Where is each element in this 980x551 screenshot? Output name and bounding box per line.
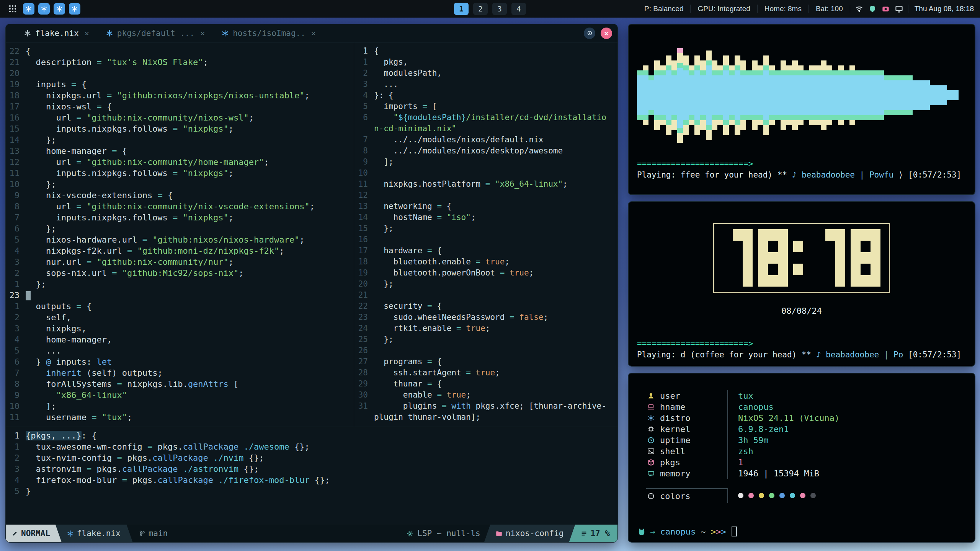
viz-bar (729, 65, 735, 125)
viz-bar (941, 85, 947, 105)
line-text: description = "tux's NixOS Flake"; (26, 57, 208, 68)
line-number: 4 (6, 245, 26, 256)
dock-app-icon[interactable] (54, 3, 65, 15)
prompt-arrow: → (650, 527, 660, 536)
nix-snowflake-icon (67, 530, 74, 537)
window-controls: × (584, 28, 612, 39)
viz-bar (637, 70, 643, 120)
code-line: 14 }; (6, 134, 354, 145)
line-number: 22 (354, 301, 374, 312)
line-text: sudo.wheelNeedsPassword = false; (374, 312, 548, 323)
dock-app-icon[interactable] (69, 3, 80, 15)
network-icon[interactable] (856, 5, 863, 13)
color-dot (759, 493, 764, 498)
fetch-row-colors: colors (646, 488, 975, 503)
code-line: plugin thunar-volman]; (354, 412, 617, 423)
status-chip: GPU: Integrated (690, 5, 757, 13)
nix-snowflake-icon (24, 30, 31, 37)
line-number: 25 (354, 334, 374, 345)
code-line: 7 inherit (self) outputs; (6, 367, 354, 378)
dock-app-icon[interactable] (23, 3, 34, 15)
package-icon (648, 459, 654, 466)
code-line: 14 hostName = "iso"; (354, 212, 617, 223)
line-number: 18 (354, 256, 374, 267)
screencast-icon[interactable] (882, 5, 889, 13)
snowflake-icon (648, 415, 654, 421)
line-text: hostName = "iso"; (374, 212, 476, 223)
line-number: 2 (6, 312, 26, 323)
code-line: 20 (6, 68, 354, 79)
line-text: url = "github:nix-community/nixos-wsl"; (26, 112, 254, 123)
code-line: 2 sops-nix.url = "github:Mic92/sops-nix"… (6, 267, 354, 279)
fetch-label: hname (660, 402, 685, 412)
clock-panel: 08/08/24 =======================> Playin… (628, 201, 975, 367)
shell-prompt[interactable]: → canopus ~ >>> (638, 527, 737, 536)
dock-app-icon[interactable] (38, 3, 50, 15)
fetch-row: pkgs1 (646, 457, 975, 468)
workspace-tag-1[interactable]: 1 (454, 3, 469, 15)
line-text: plugin thunar-volman]; (374, 412, 480, 423)
tab-hosts-isoimage[interactable]: hosts/isoImag.. × (213, 24, 324, 42)
line-text: rtkit.enable = true; (374, 323, 490, 334)
viz-bar (867, 70, 872, 120)
fetch-label-cell: hname (646, 401, 728, 412)
fetch-row: distroNixOS 24.11 (Vicuna) (646, 412, 975, 424)
viz-bar (838, 65, 844, 125)
viz-bar (895, 75, 901, 115)
fetch-value: zsh (728, 447, 753, 456)
line-text: inherit (self) outputs; (26, 367, 163, 378)
clock-date-text[interactable]: Thu Aug 08, 18:18 (908, 5, 974, 13)
workspace-tag-4[interactable]: 4 (511, 3, 526, 15)
color-dot (748, 493, 754, 498)
statusline-filename: flake.nix (56, 525, 133, 542)
code-line: 1{pkgs, ...}: { (6, 430, 617, 441)
viz-bar (826, 65, 832, 125)
line-text (26, 290, 31, 301)
tab-close-icon[interactable]: × (311, 29, 316, 38)
line-number: 8 (6, 378, 26, 390)
fetch-label: shell (660, 447, 685, 456)
editor-pane-isoimage[interactable]: 1{1 pkgs,2 modulesPath,3 ...4}: {5 impor… (354, 42, 617, 427)
tab-pkgs-default[interactable]: pkgs/default ... × (98, 24, 213, 42)
fetch-value: NixOS 24.11 (Vicuna) (728, 413, 840, 423)
line-text: }; (374, 279, 394, 290)
chip-icon (648, 426, 654, 432)
workspace-tag-2[interactable]: 2 (473, 3, 488, 15)
line-number: 6 (6, 356, 26, 367)
line-number: 26 (354, 345, 374, 356)
workspace-tag-3[interactable]: 3 (492, 3, 507, 15)
launcher-icon[interactable] (6, 2, 19, 15)
neovim-window: flake.nix × pkgs/default ... × hosts/iso… (5, 24, 618, 543)
line-number: 15 (354, 223, 374, 234)
code-line: 15 inputs.nixpkgs.follows = "nixpkgs"; (6, 123, 354, 134)
code-line: 12 url = "github:nix-community/home-mana… (6, 156, 354, 168)
titlebar-toggle-button[interactable] (584, 28, 595, 39)
clock-digit (851, 229, 880, 287)
line-number: 22 (6, 46, 26, 57)
editor-pane-pkgs[interactable]: 1{pkgs, ...}: {1 tux-awesome-wm-config =… (6, 427, 617, 525)
line-number: 1 (354, 57, 374, 68)
line-text: sops-nix.url = "github:Mic92/sops-nix"; (26, 267, 244, 279)
editor-pane-flake[interactable]: 22{21 description = "tux's NixOS Flake";… (6, 42, 354, 427)
code-line: 3 nixpkgs, (6, 323, 354, 334)
line-number: 5 (6, 486, 26, 497)
code-line: 30 enable = true; (354, 390, 617, 401)
viz-bar (804, 70, 809, 120)
user-icon (648, 393, 654, 399)
laptop-icon (648, 404, 654, 410)
code-line: 9 ]; (354, 156, 617, 168)
close-button[interactable]: × (601, 28, 612, 39)
shield-icon[interactable] (869, 5, 876, 12)
code-line: 11 nixpkgs.hostPlatform = "x86_64-linux"… (354, 179, 617, 190)
tab-close-icon[interactable]: × (200, 29, 205, 38)
tab-close-icon[interactable]: × (85, 29, 89, 38)
viz-bar (855, 70, 861, 120)
code-line: 29 thunar = { (354, 378, 617, 390)
tab-flake-nix[interactable]: flake.nix × (16, 24, 98, 42)
fetch-table: usertuxhnamecanopusdistroNixOS 24.11 (Vi… (646, 390, 975, 503)
line-number: 12 (354, 190, 374, 201)
display-icon[interactable] (895, 5, 903, 13)
line-number: 21 (354, 290, 374, 301)
viz-bar (717, 65, 723, 125)
git-branch-icon (139, 530, 145, 536)
